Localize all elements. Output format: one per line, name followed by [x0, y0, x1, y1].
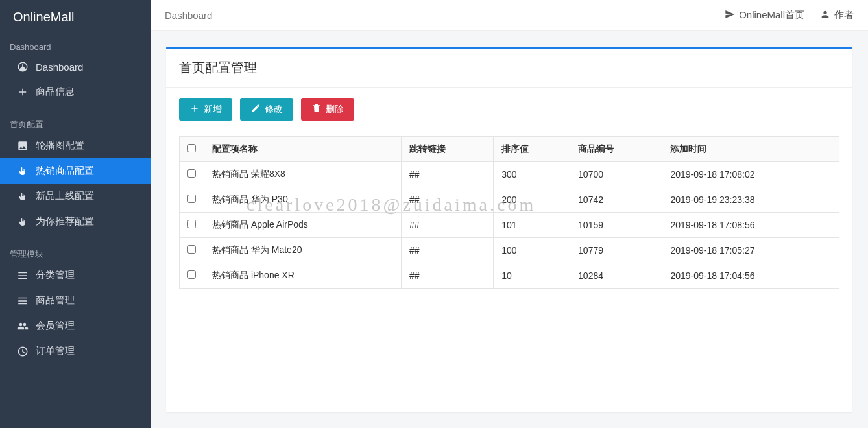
content: 首页配置管理 新增 修改 删除: [151, 31, 868, 428]
delete-button[interactable]: 删除: [301, 98, 354, 121]
cell-product-id: 10742: [570, 187, 662, 213]
col-product-id: 商品编号: [570, 137, 662, 162]
sidebar-scroll[interactable]: Dashboard Dashboard 商品信息 首页配置 轮播图配置 热销商品…: [0, 34, 151, 428]
col-link: 跳转链接: [401, 137, 493, 162]
sidebar-item-new-product-config[interactable]: 新品上线配置: [0, 184, 151, 209]
cell-name: 热销商品 iPhone XR: [204, 263, 402, 289]
edit-button[interactable]: 修改: [240, 98, 293, 121]
col-name: 配置项名称: [204, 137, 402, 162]
sidebar-item-label: 商品信息: [36, 86, 75, 98]
table-row: 热销商品 荣耀8X8##300107002019-09-18 17:08:02: [180, 162, 839, 187]
main-area: Dashboard OnlineMall首页 作者 首页配置管理: [151, 0, 868, 428]
sidebar-item-product-manage[interactable]: 商品管理: [0, 288, 151, 313]
sidebar-item-label: 新品上线配置: [36, 190, 94, 202]
cell-order: 200: [494, 187, 570, 213]
pencil-icon: [250, 103, 261, 115]
table-row: 热销商品 华为 Mate20##100107792019-09-18 17:05…: [180, 238, 839, 263]
row-checkbox[interactable]: [187, 195, 196, 203]
breadcrumb: Dashboard: [165, 10, 212, 21]
cell-product-id: 10779: [570, 238, 662, 263]
dashboard-icon: [16, 61, 29, 73]
row-checkbox-cell: [180, 162, 204, 187]
author-link-label: 作者: [834, 9, 854, 21]
cell-created: 2019-09-19 23:23:38: [662, 187, 839, 213]
sidebar-item-label: 为你推荐配置: [36, 215, 94, 228]
config-table: 配置项名称 跳转链接 排序值 商品编号 添加时间 热销商品 荣耀8X8##300…: [179, 136, 839, 289]
sidebar-item-label: Dashboard: [36, 62, 83, 73]
trash-icon: [311, 103, 322, 115]
cell-name: 热销商品 Apple AirPods: [204, 213, 402, 238]
sidebar-item-order-manage[interactable]: 订单管理: [0, 339, 151, 364]
config-card: 首页配置管理 新增 修改 删除: [166, 47, 852, 412]
cell-created: 2019-09-18 17:08:02: [662, 162, 839, 187]
cell-created: 2019-09-18 17:04:56: [662, 263, 839, 289]
add-button-label: 新增: [204, 104, 222, 115]
sidebar-item-product-info[interactable]: 商品信息: [0, 79, 151, 104]
cell-created: 2019-09-18 17:08:56: [662, 213, 839, 238]
cell-link: ##: [401, 238, 493, 263]
cell-link: ##: [401, 263, 493, 289]
cell-order: 10: [494, 263, 570, 289]
row-checkbox-cell: [180, 263, 204, 289]
plus-icon: [16, 86, 29, 98]
edit-button-label: 修改: [265, 104, 283, 115]
clock-icon: [16, 346, 29, 357]
cell-order: 100: [494, 238, 570, 263]
topbar-actions: OnlineMall首页 作者: [725, 9, 854, 21]
author-link[interactable]: 作者: [820, 9, 854, 21]
card-body: 新增 修改 删除: [166, 88, 852, 412]
sidebar-item-label: 分类管理: [36, 269, 75, 281]
sidebar-item-recommend-config[interactable]: 为你推荐配置: [0, 209, 151, 234]
button-row: 新增 修改 删除: [179, 98, 839, 121]
sidebar-item-carousel-config[interactable]: 轮播图配置: [0, 133, 151, 158]
sidebar-item-dashboard[interactable]: Dashboard: [0, 54, 151, 79]
cell-name: 热销商品 荣耀8X8: [204, 162, 402, 187]
cell-link: ##: [401, 187, 493, 213]
table-row: 热销商品 Apple AirPods##101101592019-09-18 1…: [180, 213, 839, 238]
row-checkbox-cell: [180, 238, 204, 263]
cell-order: 300: [494, 162, 570, 187]
sidebar-item-label: 热销商品配置: [36, 165, 94, 177]
sidebar-item-hot-sale-config[interactable]: 热销商品配置: [0, 158, 151, 184]
row-checkbox[interactable]: [187, 245, 196, 254]
list-icon: [16, 270, 29, 281]
add-button[interactable]: 新增: [179, 98, 232, 121]
table-row: 热销商品 iPhone XR##10102842019-09-18 17:04:…: [180, 263, 839, 289]
select-all-checkbox[interactable]: [187, 144, 196, 152]
sidebar-item-member-manage[interactable]: 会员管理: [0, 313, 151, 339]
paper-plane-icon: [725, 9, 735, 21]
table-row: 热销商品 华为 P30##200107422019-09-19 23:23:38: [180, 187, 839, 213]
delete-button-label: 删除: [326, 104, 344, 115]
hand-point-icon: [16, 191, 29, 202]
brand-title: OnlineMall: [0, 0, 151, 34]
cell-product-id: 10284: [570, 263, 662, 289]
nav-header-manage: 管理模块: [0, 241, 151, 263]
list-icon: [16, 295, 29, 307]
cell-name: 热销商品 华为 P30: [204, 187, 402, 213]
image-icon: [16, 140, 29, 152]
row-checkbox[interactable]: [187, 169, 196, 178]
users-icon: [16, 320, 29, 332]
cell-name: 热销商品 华为 Mate20: [204, 238, 402, 263]
row-checkbox-cell: [180, 213, 204, 238]
cell-link: ##: [401, 162, 493, 187]
col-order: 排序值: [494, 137, 570, 162]
home-link[interactable]: OnlineMall首页: [725, 9, 804, 21]
topbar: Dashboard OnlineMall首页 作者: [151, 0, 868, 31]
sidebar-item-label: 订单管理: [36, 345, 75, 357]
home-link-label: OnlineMall首页: [739, 9, 804, 21]
hand-point-icon: [16, 216, 29, 228]
sidebar-item-category-manage[interactable]: 分类管理: [0, 263, 151, 288]
row-checkbox[interactable]: [187, 270, 196, 279]
select-all-header: [180, 137, 204, 162]
row-checkbox[interactable]: [187, 220, 196, 228]
hand-point-icon: [16, 165, 29, 177]
sidebar-item-label: 商品管理: [36, 294, 75, 307]
cell-created: 2019-09-18 17:05:27: [662, 238, 839, 263]
col-created: 添加时间: [662, 137, 839, 162]
card-title: 首页配置管理: [166, 49, 852, 88]
cell-product-id: 10700: [570, 162, 662, 187]
sidebar-item-label: 会员管理: [36, 320, 75, 332]
cell-product-id: 10159: [570, 213, 662, 238]
nav-header-dashboard: Dashboard: [0, 34, 151, 54]
